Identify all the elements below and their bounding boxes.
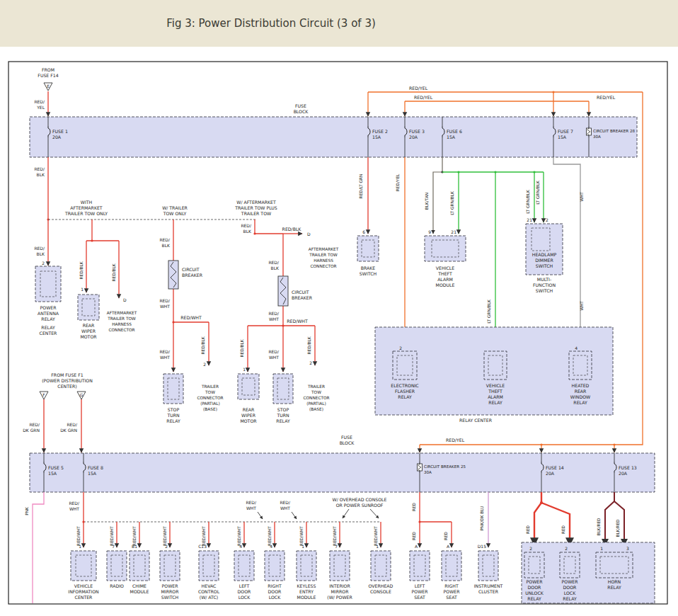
fuse-block-label: BLOCK	[294, 109, 309, 114]
fuse-label: 15A	[447, 135, 456, 139]
component-label: RIGHT	[444, 583, 459, 588]
connector-f-label: F	[42, 393, 45, 397]
component-label: DOOR	[528, 585, 542, 590]
component-label: ENTRY	[299, 589, 314, 594]
component-label: POWER	[40, 305, 57, 310]
wire-label: RED/WHT	[374, 526, 378, 546]
component-power-door-unlock-relay: 2 POWER DOOR UNLOCK RELAY	[524, 546, 544, 601]
wire-label: BLK/RED	[616, 519, 620, 537]
component-label: MOTOR	[240, 418, 257, 423]
pin-label: 4	[270, 544, 272, 549]
wire-label: WHT	[69, 506, 79, 511]
component-label: MODULE	[297, 595, 316, 600]
pin-label: 1	[81, 287, 84, 292]
component-label: WIPER	[81, 329, 96, 333]
component-label: DOOR	[238, 589, 252, 594]
wire-label: RED/	[67, 422, 78, 427]
source-label: FUSE F14	[38, 73, 58, 78]
wire-label: RED/YEL	[597, 95, 616, 100]
component-label: TRAILER	[201, 384, 219, 389]
fuse-label: 15A	[48, 471, 57, 476]
wire-label: RED/	[268, 349, 280, 354]
fuse-label: FUSE 13	[619, 465, 637, 470]
branch-label: TOW ONLY	[163, 211, 187, 216]
wire-label: RED/WHT	[287, 319, 308, 324]
component-label: CIRCUIT	[292, 290, 309, 295]
component-label: TRAILER TOW	[309, 253, 338, 257]
component-heated-rear-window-relay: 4 HEATED REAR WINDOW RELAY	[569, 346, 592, 405]
wire-label: RED/	[159, 349, 171, 354]
fuse-label: FUSE 3	[409, 129, 425, 134]
component-label: RELAY	[398, 394, 412, 399]
wire-label: BLK	[162, 243, 171, 248]
wire-label: RED/YEL	[409, 86, 428, 91]
component-label: SEAT	[446, 595, 457, 600]
wire-label: WHT	[580, 301, 584, 311]
wire-label: RED/	[69, 501, 80, 506]
branch-label: W/ TRAILER	[162, 205, 188, 210]
component-electronic-flasher-relay: 2 ELECTRONIC FLASHER RELAY	[391, 346, 418, 399]
pin-label: 6	[362, 229, 365, 234]
wire-label: RED/WHT	[202, 526, 206, 546]
component-label: RELAY	[488, 400, 502, 405]
component-label: REAR	[575, 389, 587, 394]
component-label: REAR	[83, 323, 95, 328]
branch-label: TRAILER TOW ONLY	[64, 211, 108, 216]
wire-label: WHT	[280, 506, 290, 511]
component-label: RELAY	[527, 596, 541, 601]
source-label: (POWER DISTRIBUTION	[42, 378, 93, 383]
component-chime-module: CHIME MODULE	[130, 551, 149, 594]
branch-label: WITH	[81, 200, 93, 205]
wire-label: RED/YEL	[414, 95, 433, 100]
wire-label: RED/WHT	[163, 526, 167, 546]
component-label: RELAY	[41, 325, 55, 330]
component-label: TURN	[276, 413, 289, 418]
pin-label: 7	[335, 544, 338, 549]
fuse-label: 15A	[558, 135, 567, 139]
fuse-label: CIRCUIT BREAKER 28	[593, 129, 636, 133]
component-label: DOOR	[268, 589, 282, 594]
component-label: CENTER	[75, 595, 93, 600]
component-label: UNLOCK	[525, 591, 544, 595]
wire-label: LT GRN/BLK	[450, 191, 454, 215]
pin-label: 2	[203, 362, 206, 367]
pin-label: 21	[451, 229, 456, 234]
component-label: LOCK	[239, 595, 251, 600]
fuse-label: FUSE 14	[546, 465, 564, 470]
source-label: FROM FUSE F1	[51, 372, 83, 377]
fuse-label: FUSE 2	[372, 129, 388, 134]
component-label: MIRROR	[161, 589, 180, 594]
wire-label: RED/	[34, 166, 45, 171]
component-label: ALARM	[437, 277, 453, 282]
wire-label: RED/	[34, 99, 45, 104]
wire-label: BLK/RED	[597, 518, 601, 536]
component-label: HEADLAMP	[532, 252, 557, 257]
wire-label: RED/	[34, 246, 45, 251]
component-label: SEAT	[414, 595, 425, 600]
fuse-label: CIRCUIT BREAKER 25	[424, 464, 466, 469]
component-label: CONNECTOR	[197, 396, 223, 400]
wire-label: RED/	[268, 311, 280, 316]
component-label: MOTOR	[80, 334, 97, 339]
wire-label: DK GRN	[23, 428, 40, 433]
component-label: (BASE)	[203, 407, 217, 411]
pin-label: D	[123, 297, 127, 302]
component-label: VEHICLE	[436, 266, 454, 270]
wire-label: RED/YEL	[396, 173, 400, 191]
wire-label: BLK	[271, 266, 280, 270]
connector-e-label: E	[47, 84, 50, 89]
wire-label: RED	[444, 531, 448, 540]
component-label: STOP	[277, 407, 289, 412]
component-label: FUNCTION	[533, 283, 556, 287]
component-left-power-seat: LEFT POWER SEAT	[410, 551, 430, 600]
component-label: POWER	[562, 579, 579, 584]
wire-label: RED/WHT	[110, 526, 114, 546]
component-label: RELAY	[573, 400, 587, 405]
wire-label: RED	[526, 525, 530, 534]
component-label: VEHICLE	[74, 583, 93, 588]
wire-label: LT GRN/BLK	[487, 300, 491, 324]
component-vehicle-information-center: VEHICLE INFORMATION CENTER	[68, 551, 99, 600]
component-label: DOOR	[563, 585, 578, 590]
pin-label: 2	[565, 546, 568, 551]
component-label: ALARM	[488, 394, 503, 399]
